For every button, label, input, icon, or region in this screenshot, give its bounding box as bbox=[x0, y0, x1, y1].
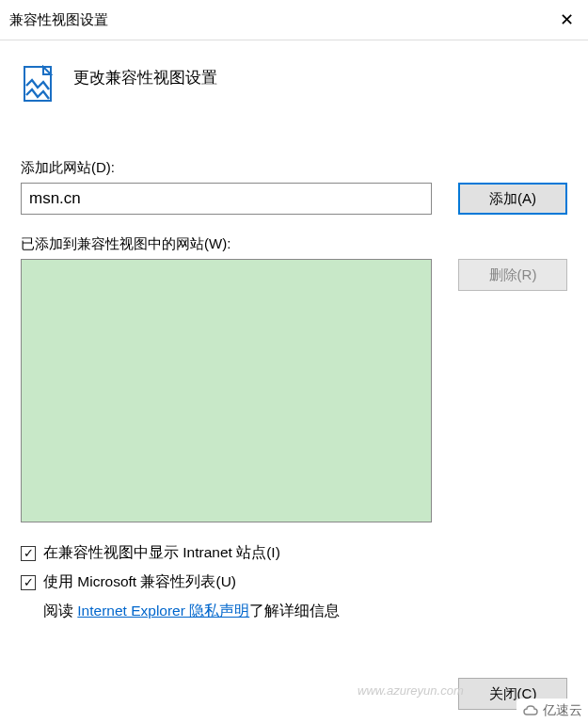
options-section: ✓ 在兼容性视图中显示 Intranet 站点(I) ✓ 使用 Microsof… bbox=[21, 543, 567, 621]
add-website-input[interactable] bbox=[21, 183, 432, 215]
add-button[interactable]: 添加(A) bbox=[458, 183, 567, 215]
header-section: 更改兼容性视图设置 bbox=[21, 65, 567, 103]
svg-marker-1 bbox=[43, 67, 51, 74]
privacy-link[interactable]: Internet Explorer 隐私声明 bbox=[77, 602, 249, 619]
dialog-footer: 关闭(C) bbox=[0, 678, 588, 710]
added-websites-listbox[interactable] bbox=[21, 259, 432, 522]
header-text: 更改兼容性视图设置 bbox=[73, 65, 217, 88]
add-website-label: 添加此网站(D): bbox=[21, 159, 567, 177]
compat-view-icon bbox=[21, 65, 55, 103]
mslist-checkbox-label: 使用 Microsoft 兼容性列表(U) bbox=[43, 572, 236, 592]
dialog-content: 更改兼容性视图设置 添加此网站(D): 添加(A) 已添加到兼容性视图中的网站(… bbox=[0, 40, 588, 633]
window-title: 兼容性视图设置 bbox=[9, 11, 108, 29]
read-prefix: 阅读 bbox=[43, 602, 77, 619]
remove-button: 删除(R) bbox=[458, 259, 567, 291]
intranet-checkbox-label: 在兼容性视图中显示 Intranet 站点(I) bbox=[43, 543, 280, 563]
privacy-statement-row: 阅读 Internet Explorer 隐私声明了解详细信息 bbox=[21, 602, 567, 621]
read-suffix: 了解详细信息 bbox=[249, 602, 340, 619]
brand-badge: 亿速云 bbox=[516, 699, 588, 723]
added-websites-label: 已添加到兼容性视图中的网站(W): bbox=[21, 235, 567, 253]
mslist-checkbox[interactable]: ✓ bbox=[21, 575, 36, 590]
titlebar: 兼容性视图设置 ✕ bbox=[0, 0, 588, 40]
close-icon[interactable]: ✕ bbox=[545, 6, 588, 34]
intranet-checkbox[interactable]: ✓ bbox=[21, 546, 36, 561]
cloud-icon bbox=[522, 704, 539, 717]
